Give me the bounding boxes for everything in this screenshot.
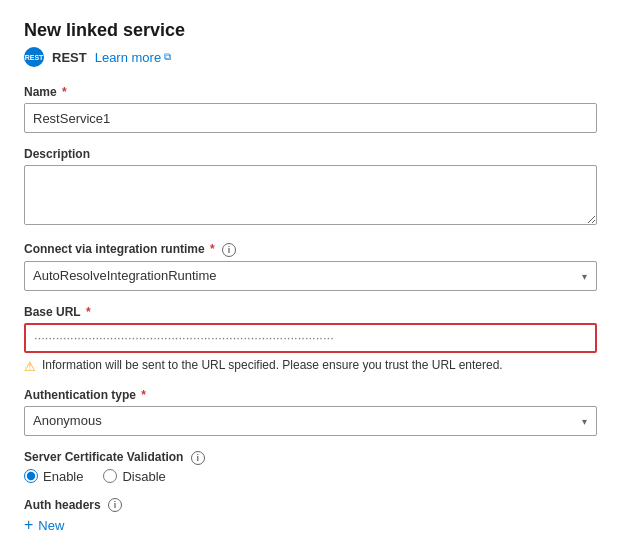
auth-headers-info-icon[interactable]: i [108,498,122,512]
cert-enable-radio[interactable] [24,469,38,483]
auth-headers-field-group: Auth headers i + New [24,498,597,535]
cert-disable-text: Disable [122,469,165,484]
name-input[interactable] [24,103,597,133]
cert-enable-text: Enable [43,469,83,484]
runtime-field-group: Connect via integration runtime * i Auto… [24,242,597,291]
url-warning-text: Information will be sent to the URL spec… [42,358,503,372]
rest-icon: REST [24,47,44,67]
base-url-label: Base URL * [24,305,597,319]
description-textarea[interactable] [24,165,597,225]
cert-enable-radio-label[interactable]: Enable [24,469,83,484]
base-url-required-marker: * [83,305,91,319]
name-field-group: Name * [24,85,597,133]
runtime-label: Connect via integration runtime * i [24,242,597,257]
auth-type-select[interactable]: Anonymous [24,406,597,436]
add-new-button[interactable]: + New [24,516,64,534]
auth-type-label: Authentication type * [24,388,597,402]
page-title: New linked service [24,20,597,41]
name-label: Name * [24,85,597,99]
cert-disable-radio[interactable] [103,469,117,483]
warning-icon: ⚠ [24,359,36,374]
cert-validation-label: Server Certificate Validation i [24,450,597,465]
description-label: Description [24,147,597,161]
service-type-label: REST [52,50,87,65]
cert-validation-field-group: Server Certificate Validation i Enable D… [24,450,597,484]
external-link-icon: ⧉ [164,51,171,63]
name-required-marker: * [59,85,67,99]
auth-type-field-group: Authentication type * Anonymous ▾ [24,388,597,436]
cert-disable-radio-label[interactable]: Disable [103,469,165,484]
runtime-select[interactable]: AutoResolveIntegrationRuntime [24,261,597,291]
cert-validation-radio-group: Enable Disable [24,469,597,484]
learn-more-link[interactable]: Learn more ⧉ [95,50,171,65]
url-warning-row: ⚠ Information will be sent to the URL sp… [24,358,597,374]
description-field-group: Description [24,147,597,228]
auth-type-required-marker: * [138,388,146,402]
cert-info-icon[interactable]: i [191,451,205,465]
learn-more-text: Learn more [95,50,161,65]
runtime-info-icon[interactable]: i [222,243,236,257]
runtime-select-wrapper: AutoResolveIntegrationRuntime ▾ [24,261,597,291]
auth-type-select-wrapper: Anonymous ▾ [24,406,597,436]
add-new-label: New [38,518,64,533]
plus-icon: + [24,516,33,534]
auth-headers-label: Auth headers i [24,498,597,513]
runtime-required-marker: * [207,242,215,256]
base-url-field-group: Base URL * ⚠ Information will be sent to… [24,305,597,374]
base-url-input[interactable] [24,323,597,353]
service-type-row: REST REST Learn more ⧉ [24,47,597,67]
